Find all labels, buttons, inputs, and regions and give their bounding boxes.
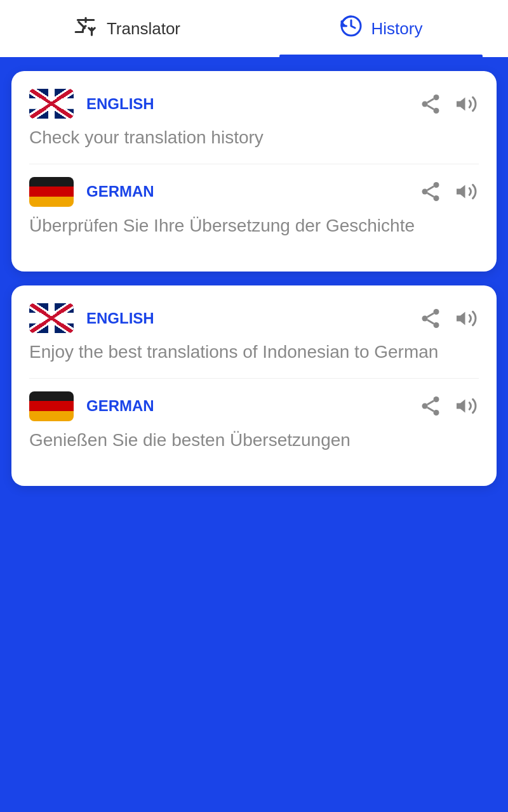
target-actions-1 [419, 180, 479, 203]
target-text-1: Überprüfen Sie Ihre Übersetzung der Gesc… [29, 213, 479, 239]
translator-tab-label: Translator [107, 19, 180, 39]
translate-icon [74, 14, 98, 43]
history-tab-label: History [371, 19, 423, 39]
target-lang-row-2: GERMAN [29, 391, 479, 421]
source-lang-row-1: ENGLISH [29, 89, 479, 119]
card-divider-1 [29, 164, 479, 164]
source-share-button-1[interactable] [419, 93, 442, 115]
source-sound-button-1[interactable] [453, 93, 479, 115]
svg-point-7 [434, 182, 439, 188]
source-lang-name-1: ENGLISH [86, 95, 406, 113]
target-sound-button-1[interactable] [453, 180, 479, 203]
svg-marker-18 [457, 311, 465, 325]
svg-line-17 [427, 313, 434, 317]
svg-point-20 [422, 403, 428, 409]
source-actions-1 [419, 93, 479, 115]
svg-point-14 [422, 315, 428, 321]
tab-translator[interactable]: Translator [0, 0, 254, 57]
svg-line-23 [427, 401, 434, 405]
svg-point-3 [434, 108, 439, 114]
card-divider-2 [29, 378, 479, 379]
uk-flag-2 [29, 303, 74, 333]
svg-point-21 [434, 410, 439, 416]
de-flag-2 [29, 391, 74, 421]
svg-line-5 [427, 98, 434, 102]
svg-point-19 [434, 396, 439, 402]
svg-point-9 [434, 195, 439, 201]
source-share-button-2[interactable] [419, 307, 442, 330]
svg-line-22 [427, 408, 434, 412]
target-lang-row-1: GERMAN [29, 177, 479, 207]
source-text-1: Check your translation history [29, 125, 479, 151]
target-share-button-1[interactable] [419, 180, 442, 203]
target-actions-2 [419, 395, 479, 417]
target-sound-button-2[interactable] [453, 395, 479, 417]
svg-point-8 [422, 189, 428, 195]
svg-marker-12 [457, 185, 465, 199]
source-actions-2 [419, 307, 479, 330]
svg-line-16 [427, 320, 434, 324]
tab-bar: Translator History [0, 0, 508, 57]
target-lang-name-1: GERMAN [86, 183, 406, 200]
history-icon [340, 15, 363, 43]
target-share-button-2[interactable] [419, 395, 442, 417]
target-lang-name-2: GERMAN [86, 397, 406, 415]
svg-point-15 [434, 322, 439, 328]
translation-card-1: ENGLISH [11, 71, 497, 272]
source-lang-row-2: ENGLISH [29, 303, 479, 333]
svg-point-2 [422, 101, 428, 107]
svg-point-13 [434, 309, 439, 315]
translation-card-2: ENGLISH [11, 285, 497, 486]
svg-marker-6 [457, 97, 465, 110]
svg-line-10 [427, 193, 434, 197]
source-lang-name-2: ENGLISH [86, 310, 406, 327]
de-flag-1 [29, 177, 74, 207]
uk-flag-1 [29, 89, 74, 119]
svg-marker-24 [457, 400, 465, 413]
content-area: ENGLISH [0, 57, 508, 500]
svg-point-1 [434, 95, 439, 100]
svg-line-4 [427, 105, 434, 109]
tab-history[interactable]: History [254, 0, 508, 57]
target-text-2: Genießen Sie die besten Übersetzungen [29, 428, 479, 454]
source-sound-button-2[interactable] [453, 307, 479, 330]
svg-line-11 [427, 187, 434, 190]
source-text-2: Enjoy the best translations of Indonesia… [29, 339, 479, 365]
